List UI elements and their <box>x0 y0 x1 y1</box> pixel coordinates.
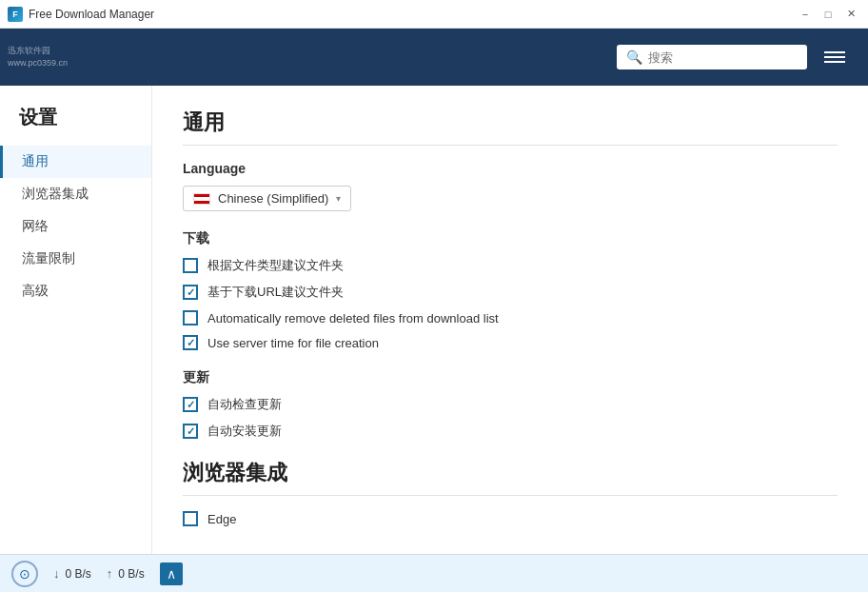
language-flag <box>193 193 210 205</box>
checkbox-label-auto-remove: Automatically remove deleted files from … <box>207 311 499 326</box>
download-speed-value: 0 B/s <box>66 567 91 581</box>
upload-speed: ↑ 0 B/s <box>107 566 145 581</box>
search-icon: 🔍 <box>626 49 642 65</box>
sidebar-item-traffic[interactable]: 流量限制 <box>0 243 151 275</box>
content-area: 通用 Language Chinese (Simplified) ▾ 下载 根据… <box>152 86 868 554</box>
maximize-button[interactable]: □ <box>819 5 838 24</box>
status-globe-icon: ⊙ <box>11 561 38 587</box>
menu-icon-line1 <box>824 51 845 53</box>
checkbox-label-auto-install-updates: 自动安装更新 <box>207 423 282 440</box>
menu-icon-line3 <box>824 61 845 63</box>
page-title: 通用 <box>183 109 838 146</box>
checkbox-icon-suggest-by-type <box>183 258 198 273</box>
checkbox-edge[interactable]: Edge <box>183 511 838 526</box>
download-title: 下载 <box>183 230 838 247</box>
menu-button[interactable] <box>817 48 853 67</box>
checkbox-auto-install-updates[interactable]: 自动安装更新 <box>183 423 838 440</box>
checkbox-label-server-time: Use server time for file creation <box>207 336 379 350</box>
minimize-button[interactable]: − <box>796 5 815 24</box>
title-bar: F Free Download Manager − □ ✕ <box>0 0 868 29</box>
app-icon: F <box>8 7 23 22</box>
checkbox-label-edge: Edge <box>207 512 236 526</box>
menu-icon-line2 <box>824 56 845 58</box>
close-button[interactable]: ✕ <box>841 5 860 24</box>
status-bar: ⊙ ↓ 0 B/s ↑ 0 B/s ∧ <box>0 554 868 592</box>
checkbox-icon-suggest-by-url <box>183 285 198 300</box>
checkbox-auto-remove[interactable]: Automatically remove deleted files from … <box>183 310 838 326</box>
expand-button[interactable]: ∧ <box>160 562 183 585</box>
language-value: Chinese (Simplified) <box>218 191 328 206</box>
search-input[interactable] <box>648 50 798 65</box>
updates-section: 更新 自动检查更新 自动安装更新 <box>183 369 838 440</box>
browser-integration-section: 浏览器集成 Edge <box>183 459 838 526</box>
watermark: 迅东软件园 www.pc0359.cn <box>0 29 171 86</box>
checkbox-icon-edge <box>183 511 198 526</box>
sidebar-item-general[interactable]: 通用 <box>0 146 151 178</box>
checkbox-icon-auto-check-updates <box>183 397 198 412</box>
download-speed: ↓ 0 B/s <box>53 566 91 581</box>
window-controls: − □ ✕ <box>796 5 860 24</box>
checkbox-label-suggest-by-url: 基于下载URL建议文件夹 <box>207 284 344 301</box>
app-title: Free Download Manager <box>29 8 154 21</box>
checkbox-server-time[interactable]: Use server time for file creation <box>183 335 838 350</box>
language-label: Language <box>183 161 838 176</box>
watermark-line2: www.pc0359.cn <box>8 57 68 69</box>
checkbox-suggest-by-type[interactable]: 根据文件类型建议文件夹 <box>183 257 838 274</box>
language-dropdown[interactable]: Chinese (Simplified) ▾ <box>183 186 351 211</box>
sidebar-item-network[interactable]: 网络 <box>0 210 151 243</box>
sidebar-item-browser[interactable]: 浏览器集成 <box>0 178 151 210</box>
main-layout: 设置 通用 浏览器集成 网络 流量限制 高级 通用 Language Chine… <box>0 86 868 554</box>
download-arrow-icon: ↓ <box>53 566 60 581</box>
upload-arrow-icon: ↑ <box>107 566 113 581</box>
chevron-down-icon: ▾ <box>336 193 341 204</box>
toolbar: 迅东软件园 www.pc0359.cn 🔍 <box>0 29 868 86</box>
watermark-line1: 迅东软件园 <box>8 45 50 57</box>
checkbox-label-auto-check-updates: 自动检查更新 <box>207 396 282 413</box>
search-box[interactable]: 🔍 <box>617 45 807 69</box>
download-section: 下载 根据文件类型建议文件夹 基于下载URL建议文件夹 Automaticall… <box>183 230 838 350</box>
checkbox-label-suggest-by-type: 根据文件类型建议文件夹 <box>207 257 344 274</box>
updates-title: 更新 <box>183 369 838 386</box>
browser-integration-title: 浏览器集成 <box>183 459 838 496</box>
checkbox-auto-check-updates[interactable]: 自动检查更新 <box>183 396 838 413</box>
sidebar: 设置 通用 浏览器集成 网络 流量限制 高级 <box>0 86 152 554</box>
title-bar-left: F Free Download Manager <box>8 7 154 22</box>
checkbox-icon-server-time <box>183 335 198 350</box>
checkbox-suggest-by-url[interactable]: 基于下载URL建议文件夹 <box>183 284 838 301</box>
sidebar-item-advanced[interactable]: 高级 <box>0 275 151 307</box>
language-section: Language Chinese (Simplified) ▾ <box>183 161 838 211</box>
checkbox-icon-auto-remove <box>183 310 198 326</box>
checkbox-icon-auto-install-updates <box>183 424 198 439</box>
sidebar-title: 设置 <box>0 105 151 146</box>
upload-speed-value: 0 B/s <box>118 567 144 581</box>
toolbar-right: 🔍 <box>617 45 853 69</box>
